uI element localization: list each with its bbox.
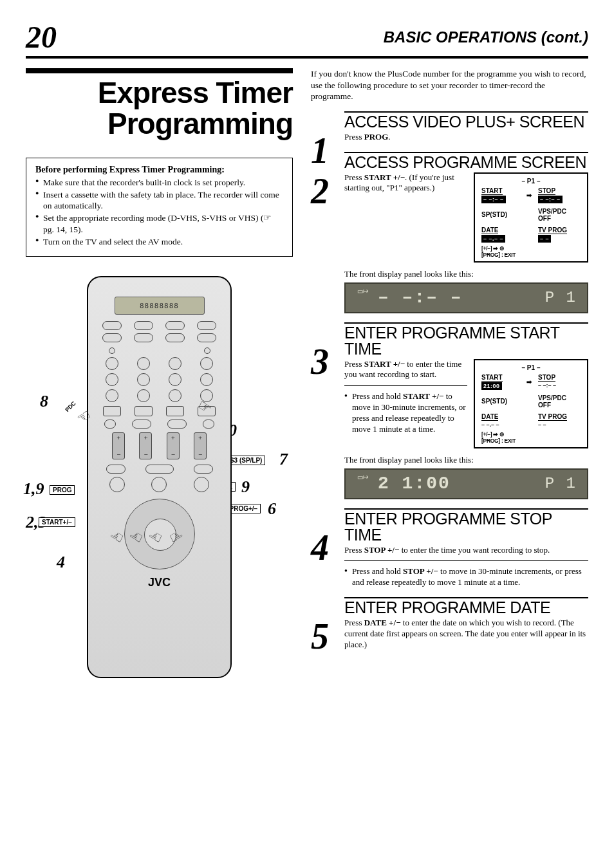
step-text: Press START +/−. (If you're just startin… [344,172,467,194]
callout-7: 7 [279,450,288,469]
before-heading: Before performing Express Timer Programm… [35,165,283,175]
step-substep: Press and hold STOP +/− to move in 30-mi… [344,566,588,588]
main-title: Express Timer Programming [26,77,293,140]
before-box: Before performing Express Timer Programm… [26,158,293,257]
before-item: Make sure that the recorder's built-in c… [35,177,283,188]
before-item: Set the appropriate recording mode (D-VH… [35,212,283,235]
step-title: ACCESS VIDEO PLUS+ SCREEN [344,114,588,130]
intro-text: If you don't know the PlusCode number fo… [311,68,588,102]
step-text: Press STOP +/− to enter the time you wan… [344,545,588,556]
before-item: Insert a cassette with the safety tab in… [35,189,283,212]
remote-body: 88888888 JVC [87,276,232,678]
display-label: The front display panel looks like this: [344,455,588,465]
cassette-icon: ▭↦ [357,288,368,295]
callout-9: 9 [241,477,250,497]
step-number: 5 [311,622,344,652]
cassette-icon: ▭↦ [357,474,368,481]
callout-8: 8 [40,392,48,411]
step-text: Press DATE +/− to enter the date on whic… [344,618,588,651]
remote-illustration: 8 1,9 2,3 4 5 6 7 9 10 PROG START+/− STD… [26,276,293,678]
before-item: Turn on the TV and select the AV mode. [35,236,283,247]
label-prog: PROG [50,485,75,495]
step-number: 2 [311,176,344,207]
step-substep: Press and hold START +/− to move in 30-m… [344,391,467,435]
lcd-panel: ▭↦ – –:– – P 1 [344,282,588,313]
step-text: Press PROG. [344,132,588,143]
header-title: BASIC OPERATIONS (cont.) [384,28,588,46]
display-label: The front display panel looks like this: [344,269,588,279]
step-number: 4 [311,533,344,564]
lcd-panel: ▭↦ 2 1:00 P 1 [344,468,588,499]
step-title: ENTER PROGRAMME DATE [344,600,588,616]
step-title: ENTER PROGRAMME START TIME [344,325,588,357]
callout-4: 4 [57,553,65,572]
label-start: START+/− [39,517,75,527]
step-number: 3 [311,347,344,378]
step-title: ACCESS PROGRAMME SCREEN [344,154,588,171]
osd-screen: – P1 – START– –:– – ➡ STOP– –:– – SP(STD… [474,172,588,263]
remote-brand: JVC [96,576,223,589]
page-number: 20 [26,19,57,55]
step-title: ENTER PROGRAMME STOP TIME [344,511,588,543]
remote-lcd: 88888888 [115,297,205,315]
osd-screen: – P1 – START21:00 ➡ STOP– –:– – SP(STD) … [474,359,588,448]
step-text: Press START +/− to enter the time you wa… [344,359,467,381]
callout-19: 1,9 [23,479,44,499]
callout-6: 6 [268,499,276,519]
